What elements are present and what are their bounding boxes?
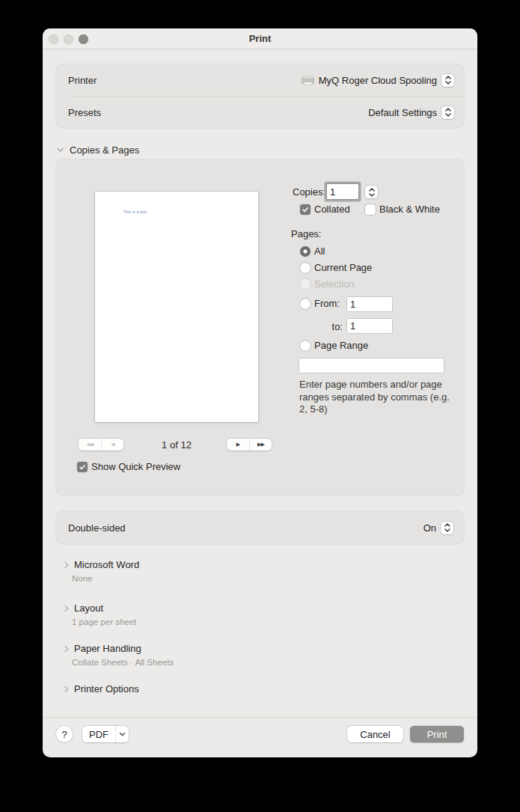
copies-input[interactable] <box>327 184 358 199</box>
next-page-button[interactable]: ▶ <box>227 439 249 451</box>
copies-stepper[interactable] <box>365 186 378 198</box>
radio-unselected-icon <box>300 341 311 351</box>
screen: Print Printer MyQ Roger Cloud Spooling <box>0 0 520 812</box>
titlebar: Print <box>43 28 477 49</box>
pages-all-radio[interactable]: All <box>300 245 325 257</box>
pages-current-radio[interactable]: Current Page <box>300 262 372 273</box>
chevron-right-icon <box>64 561 70 570</box>
pages-range-radio[interactable]: Page Range <box>300 340 368 351</box>
checkbox-unchecked-icon <box>365 204 376 215</box>
show-quick-preview-label: Show Quick Preview <box>91 461 180 472</box>
copies-pages-panel: This is a test. ◀◀ ◀ 1 of 12 ▶ ▶▶ <box>56 159 464 495</box>
checkbox-checked-icon <box>77 462 88 472</box>
presets-select[interactable] <box>441 106 454 119</box>
section-microsoft-word[interactable]: Microsoft Word None <box>64 559 139 583</box>
chevron-right-icon <box>64 644 70 653</box>
double-sided-value: On <box>423 522 436 534</box>
collated-checkbox[interactable]: Collated <box>300 204 350 215</box>
printer-value: MyQ Roger Cloud Spooling <box>319 75 437 86</box>
printer-label: Printer <box>68 75 97 86</box>
pages-to-label: to: <box>315 321 343 332</box>
double-sided-select[interactable] <box>441 522 453 534</box>
section-title: Paper Handling <box>74 643 141 654</box>
pages-selection-radio: Selection <box>300 278 354 290</box>
black-white-checkbox[interactable]: Black & White <box>365 204 440 215</box>
section-title: Microsoft Word <box>74 559 139 570</box>
checkbox-checked-icon <box>300 204 311 215</box>
pages-all-label: All <box>314 245 325 257</box>
cancel-button[interactable]: Cancel <box>347 726 403 742</box>
chevron-down-icon[interactable] <box>115 726 129 742</box>
footer-divider <box>43 717 477 718</box>
last-page-button[interactable]: ▶▶ <box>249 439 272 451</box>
first-page-icon: ◀◀ <box>87 442 94 448</box>
preview-page-text: This is a test. <box>123 210 147 214</box>
section-printer-options[interactable]: Printer Options <box>64 683 139 695</box>
pdf-label: PDF <box>82 729 115 740</box>
double-sided-label: Double-sided <box>68 522 126 534</box>
printer-select[interactable] <box>441 74 454 87</box>
section-layout[interactable]: Layout 1 page per sheet <box>64 602 136 626</box>
print-button[interactable]: Print <box>410 726 464 742</box>
page-range-help-text: Enter page numbers and/or page ranges se… <box>299 379 455 416</box>
section-detail: None <box>72 574 139 583</box>
chevron-right-icon <box>64 604 70 613</box>
double-sided-row: Double-sided On <box>56 511 464 544</box>
radio-disabled-icon <box>300 279 311 290</box>
window-title: Print <box>43 33 477 44</box>
next-page-icon: ▶ <box>236 442 239 448</box>
presets-value: Default Settings <box>368 107 437 118</box>
pages-current-label: Current Page <box>314 262 372 273</box>
print-dialog: Print Printer MyQ Roger Cloud Spooling <box>43 28 477 757</box>
preview-page: This is a test. <box>95 192 258 422</box>
section-detail: 1 page per sheet <box>72 617 136 626</box>
pages-from-label: From: <box>314 298 340 309</box>
cancel-label: Cancel <box>360 729 390 740</box>
pages-selection-label: Selection <box>314 278 354 290</box>
pages-from-radio[interactable]: From: <box>300 298 340 309</box>
page-range-input[interactable] <box>299 358 444 373</box>
help-button[interactable]: ? <box>56 726 73 742</box>
section-title: Printer Options <box>74 683 139 695</box>
pdf-menu-button[interactable]: PDF <box>82 726 129 742</box>
print-label: Print <box>427 729 447 740</box>
radio-selected-icon <box>300 246 311 257</box>
help-icon: ? <box>61 729 67 740</box>
to-page-input[interactable] <box>347 319 392 333</box>
from-page-input[interactable] <box>347 297 392 311</box>
chevron-right-icon <box>64 685 70 694</box>
presets-label: Presets <box>68 107 101 118</box>
pages-range-label: Page Range <box>314 340 368 351</box>
last-page-icon: ▶▶ <box>257 442 264 448</box>
printer-presets-card: Printer MyQ Roger Cloud Spooling <box>56 64 464 128</box>
section-detail: Collate Sheets · All Sheets <box>72 658 174 667</box>
collated-label: Collated <box>314 204 350 215</box>
presets-row: Presets Default Settings <box>56 97 464 128</box>
pages-label: Pages: <box>291 228 321 239</box>
section-paper-handling[interactable]: Paper Handling Collate Sheets · All Shee… <box>64 643 174 667</box>
radio-unselected-icon <box>300 263 311 273</box>
black-white-label: Black & White <box>379 204 440 215</box>
radio-unselected-icon <box>300 299 311 309</box>
copies-label: Copies: <box>293 186 325 198</box>
chevron-down-icon <box>56 147 64 153</box>
section-title: Layout <box>74 602 103 614</box>
show-quick-preview-checkbox[interactable]: Show Quick Preview <box>77 461 180 472</box>
copies-pages-header-label: Copies & Pages <box>70 144 139 156</box>
preview-forward-buttons: ▶ ▶▶ <box>227 439 272 451</box>
printer-row: Printer MyQ Roger Cloud Spooling <box>56 64 464 96</box>
copies-pages-header[interactable]: Copies & Pages <box>56 144 139 156</box>
printer-icon <box>302 76 314 85</box>
